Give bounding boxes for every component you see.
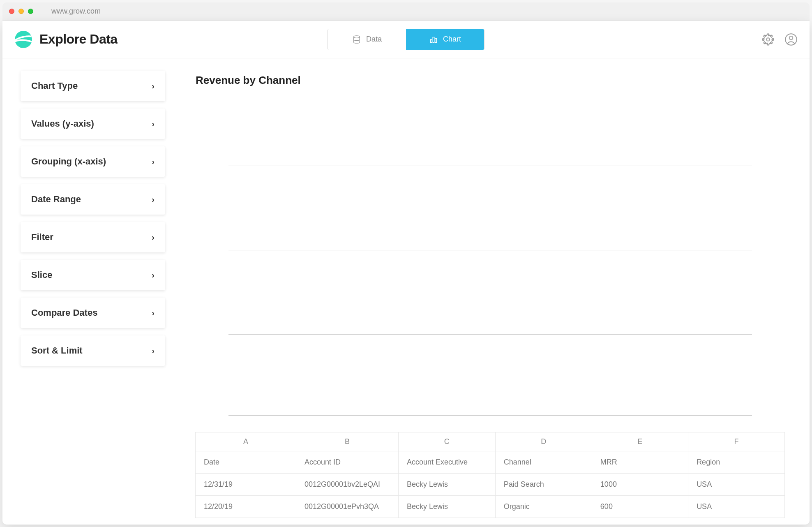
table-cell[interactable]: 1000 — [592, 474, 688, 496]
table-cell[interactable]: 0012G00001ePvh3QA — [296, 496, 398, 518]
sidebar-item-sort-limit[interactable]: Sort & Limit › — [21, 335, 165, 366]
sidebar-item-label: Slice — [31, 270, 52, 280]
chevron-right-icon: › — [152, 346, 155, 356]
user-profile-icon[interactable] — [785, 33, 797, 46]
sidebar-item-label: Date Range — [31, 194, 81, 205]
address-bar-url[interactable]: www.grow.com — [43, 7, 101, 16]
chart-canvas — [228, 103, 752, 416]
svg-point-4 — [766, 38, 770, 41]
table-row: 12/20/19 0012G00001ePvh3QA Becky Lewis O… — [196, 496, 785, 518]
sidebar-item-label: Chart Type — [31, 81, 78, 91]
sidebar-item-compare-dates[interactable]: Compare Dates › — [21, 298, 165, 328]
close-window-button[interactable] — [9, 9, 14, 14]
table-cell[interactable]: USA — [688, 474, 785, 496]
window-controls — [9, 9, 33, 14]
chevron-right-icon: › — [152, 157, 155, 166]
table-cell[interactable]: 600 — [592, 496, 688, 518]
view-switcher: Data Chart — [328, 29, 484, 50]
gear-icon[interactable] — [762, 33, 774, 46]
svg-rect-1 — [431, 39, 432, 42]
header-cell[interactable]: Channel — [495, 451, 592, 474]
data-table: A B C D E F Date Account ID — [195, 432, 785, 518]
header-cell[interactable]: Account Executive — [399, 451, 496, 474]
sidebar-item-label: Sort & Limit — [31, 345, 83, 356]
app-header: Explore Data Data — [2, 21, 810, 58]
chevron-right-icon: › — [152, 81, 155, 91]
chevron-right-icon: › — [152, 195, 155, 204]
data-table-wrap: A B C D E F Date Account ID — [195, 432, 785, 525]
column-letter[interactable]: C — [399, 432, 496, 451]
svg-rect-2 — [433, 37, 434, 42]
column-letter[interactable]: F — [688, 432, 785, 451]
chart-gridline — [228, 166, 752, 166]
chart-baseline — [228, 416, 752, 416]
chart-gridline — [228, 250, 752, 250]
table-header-row: Date Account ID Account Executive Channe… — [196, 451, 785, 474]
minimize-window-button[interactable] — [18, 9, 24, 14]
sidebar-item-date-range[interactable]: Date Range › — [21, 184, 165, 215]
page-title: Explore Data — [39, 32, 118, 47]
sidebar-item-label: Filter — [31, 232, 53, 243]
header-cell[interactable]: Region — [688, 451, 785, 474]
table-cell[interactable]: 12/20/19 — [196, 496, 296, 518]
column-letter[interactable]: A — [196, 432, 296, 451]
table-cell[interactable]: Becky Lewis — [399, 496, 496, 518]
column-letter[interactable]: B — [296, 432, 398, 451]
sidebar-item-slice[interactable]: Slice › — [21, 260, 165, 290]
chevron-right-icon: › — [152, 270, 155, 280]
main-content: Revenue by Channel A B C — [183, 58, 810, 525]
table-cell[interactable]: 12/31/19 — [196, 474, 296, 496]
browser-chrome: www.grow.com — [2, 2, 810, 21]
svg-point-0 — [354, 35, 360, 38]
database-icon — [352, 35, 361, 44]
sidebar: Chart Type › Values (y-axis) › Grouping … — [2, 58, 183, 525]
tab-chart[interactable]: Chart — [406, 29, 484, 50]
sidebar-item-label: Compare Dates — [31, 307, 97, 318]
sidebar-item-grouping-x-axis[interactable]: Grouping (x-axis) › — [21, 146, 165, 177]
grow-logo-icon — [15, 31, 32, 48]
table-cell[interactable]: Organic — [495, 496, 592, 518]
column-letter[interactable]: E — [592, 432, 688, 451]
table-column-letters-row: A B C D E F — [196, 432, 785, 451]
table-cell[interactable]: Paid Search — [495, 474, 592, 496]
sidebar-item-filter[interactable]: Filter › — [21, 222, 165, 252]
sidebar-item-chart-type[interactable]: Chart Type › — [21, 71, 165, 101]
chevron-right-icon: › — [152, 233, 155, 242]
tab-data-label: Data — [366, 35, 382, 44]
bar-chart-icon — [429, 35, 438, 44]
svg-point-6 — [789, 36, 793, 39]
table-cell[interactable]: 0012G00001bv2LeQAI — [296, 474, 398, 496]
chevron-right-icon: › — [152, 308, 155, 318]
chevron-right-icon: › — [152, 119, 155, 129]
sidebar-item-values-y-axis[interactable]: Values (y-axis) › — [21, 109, 165, 139]
maximize-window-button[interactable] — [28, 9, 33, 14]
header-cell[interactable]: Account ID — [296, 451, 398, 474]
table-cell[interactable]: Becky Lewis — [399, 474, 496, 496]
column-letter[interactable]: D — [495, 432, 592, 451]
header-cell[interactable]: MRR — [592, 451, 688, 474]
sidebar-item-label: Grouping (x-axis) — [31, 156, 106, 167]
chart-title: Revenue by Channel — [196, 74, 785, 87]
sidebar-item-label: Values (y-axis) — [31, 118, 94, 129]
svg-rect-3 — [435, 38, 437, 42]
table-cell[interactable]: USA — [688, 496, 785, 518]
tab-data[interactable]: Data — [328, 29, 406, 50]
tab-chart-label: Chart — [443, 35, 461, 44]
table-row: 12/31/19 0012G00001bv2LeQAI Becky Lewis … — [196, 474, 785, 496]
header-cell[interactable]: Date — [196, 451, 296, 474]
chart-gridline — [228, 334, 752, 335]
